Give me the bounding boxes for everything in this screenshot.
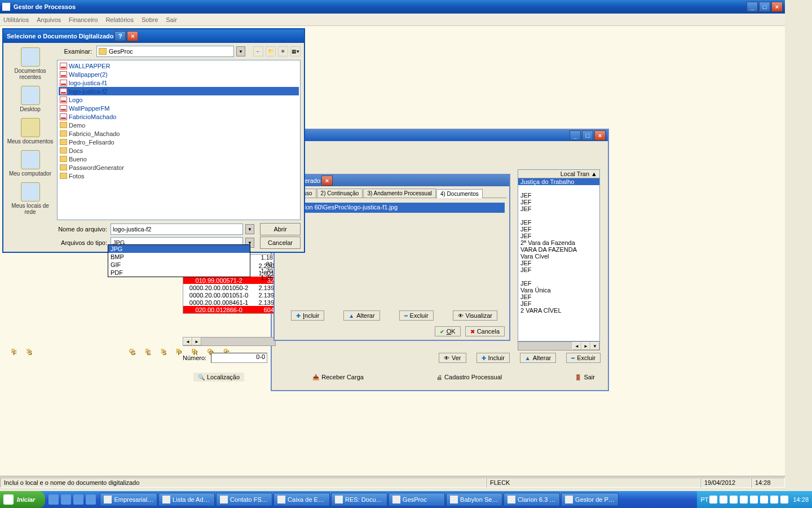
file-list[interactable]: WALLPAPPERWallpapper(2)logo-justica-f1lo… — [57, 60, 301, 220]
filetype-option-bmp[interactable]: BMP — [108, 253, 250, 261]
cad-maximize-button[interactable]: □ — [582, 130, 593, 141]
filetype-option-gif[interactable]: GIF — [108, 261, 250, 269]
menu-utilitarios[interactable]: Utilitários — [3, 16, 29, 23]
tray-icon-6[interactable] — [760, 496, 768, 503]
taskbar-task[interactable]: Lista de Ad… — [158, 493, 215, 506]
file-item[interactable]: WallPapperFM — [59, 104, 299, 112]
local-tran-row[interactable]: JEF — [518, 205, 599, 212]
place-mycomputer[interactable]: Meu computador — [6, 149, 55, 178]
file-item[interactable]: Docs — [59, 146, 299, 155]
process-table-hscroll[interactable]: ◄► — [183, 337, 276, 346]
incluir-button[interactable]: ✚Incluir — [476, 353, 510, 363]
tray-icon-1[interactable] — [709, 496, 717, 503]
tray-icon-8[interactable] — [780, 496, 788, 503]
local-tran-row[interactable]: Vara Cível — [518, 253, 599, 260]
taskbar-task[interactable]: Gestor de P… — [561, 493, 619, 506]
local-tran-row[interactable]: 2ª Vara da Fazenda — [518, 239, 599, 246]
open-button[interactable]: Abrir — [260, 223, 301, 235]
local-tran-row[interactable]: 2 VARA CÍVEL — [518, 307, 599, 314]
menu-sair[interactable]: Sair — [166, 16, 177, 23]
ql-ie-icon[interactable] — [61, 494, 71, 505]
numero-input[interactable]: 0-0 — [211, 353, 267, 363]
file-item[interactable]: logo-justica-f1 — [59, 78, 299, 87]
file-item[interactable]: Bueno — [59, 155, 299, 163]
taskbar-task[interactable]: Caixa de E… — [273, 493, 330, 506]
tab-continuacao[interactable]: 2) Continuação — [317, 189, 363, 198]
alt-ok-button[interactable]: ✔OK — [435, 326, 461, 336]
back-icon[interactable]: ← — [253, 46, 263, 56]
local-tran-row[interactable]: JEF — [518, 233, 599, 239]
local-tran-row[interactable] — [518, 273, 599, 280]
cancel-button[interactable]: Cancelar — [260, 237, 301, 249]
local-tran-row[interactable]: JEF — [518, 294, 599, 300]
taskbar-task[interactable]: GesProc — [389, 493, 445, 506]
cadastro-processual-button[interactable]: 🖨Cadastro Processual — [432, 373, 506, 382]
taskbar-task[interactable]: RES: Docu… — [331, 493, 387, 506]
tray-icon-4[interactable] — [740, 496, 748, 503]
alterar-button[interactable]: ▲Alterar — [520, 353, 556, 363]
local-tran-row[interactable] — [518, 185, 599, 192]
cad-minimize-button[interactable]: _ — [570, 130, 581, 141]
file-item[interactable]: Logo — [59, 95, 299, 104]
file-item[interactable]: Fotos — [59, 172, 299, 180]
local-tran-row[interactable]: Vara Única — [518, 287, 599, 294]
filetype-option-pdf[interactable]: PDF — [108, 269, 250, 277]
local-tran-row[interactable]: Justiça do Trabalho — [518, 178, 599, 185]
alt-excluir-button[interactable]: ━Excluir — [399, 310, 434, 321]
up-folder-icon[interactable]: 📁 — [266, 46, 276, 56]
taskbar-task[interactable]: Empresarial… — [100, 493, 157, 506]
local-tran-row[interactable]: JEF — [518, 266, 599, 273]
taskbar-task[interactable]: Contato FS… — [216, 493, 272, 506]
filename-dropdown-icon[interactable]: ▼ — [245, 224, 254, 234]
file-item[interactable]: Fabricio_Machado — [59, 129, 299, 138]
tray-icon-5[interactable] — [750, 496, 758, 503]
local-tran-row[interactable]: JEF — [518, 226, 599, 233]
cad-close-button[interactable]: × — [594, 130, 606, 141]
ql-firefox-icon[interactable] — [48, 494, 59, 505]
local-tran-hscroll[interactable]: ◄► ▼ — [518, 341, 600, 351]
sair-button[interactable]: 🚪Sair — [570, 373, 599, 382]
file-item[interactable]: Demo — [59, 121, 299, 129]
ofdlg-close-button[interactable]: × — [127, 31, 138, 41]
tray-icon-3[interactable] — [730, 496, 738, 503]
file-item[interactable]: logo-justica-f2 — [59, 87, 299, 95]
alt-alterar-button[interactable]: ▲Alterar — [343, 310, 379, 321]
tray-icon-7[interactable] — [770, 496, 778, 503]
menu-financeiro[interactable]: Financeiro — [69, 16, 98, 23]
main-maximize-button[interactable]: □ — [759, 2, 770, 12]
main-close-button[interactable]: × — [771, 2, 783, 12]
views-icon[interactable]: ▦▾ — [290, 46, 301, 56]
local-tran-row[interactable]: JEF — [518, 199, 599, 205]
local-tran-row[interactable]: JEF — [518, 192, 599, 199]
taskbar-task[interactable]: Babylon Se… — [446, 493, 502, 506]
local-tran-row[interactable]: JEF — [518, 280, 599, 287]
local-tran-list[interactable]: Local Tran ▲ Justiça do TrabalhoJEFJEFJE… — [518, 169, 600, 341]
place-desktop[interactable]: Desktop — [6, 85, 55, 113]
file-item[interactable]: WALLPAPPER — [59, 62, 299, 70]
ql-desktop-icon[interactable] — [86, 494, 96, 505]
local-tran-row[interactable]: JEF — [518, 219, 599, 226]
local-tran-row[interactable]: JEF — [518, 260, 599, 266]
place-network[interactable]: Meus locais de rede — [6, 181, 55, 216]
ofdlg-help-button[interactable]: ? — [114, 31, 126, 41]
ver-button[interactable]: 👁Ver — [439, 353, 466, 363]
receber-carga-button[interactable]: 📥Receber Carga — [308, 373, 368, 382]
localizacao-button[interactable]: 🔍Localização — [193, 373, 244, 382]
place-mydocs[interactable]: Meus documentos — [6, 117, 55, 146]
start-button[interactable]: Iniciar — [0, 491, 45, 508]
tab-andamento[interactable]: 3) Andamento Processual — [363, 189, 436, 198]
alt-close-button[interactable]: × — [321, 176, 333, 186]
local-tran-row[interactable] — [518, 212, 599, 219]
alt-incluir-button[interactable]: ✚IIncluirncluir — [291, 310, 324, 321]
menu-sobre[interactable]: Sobre — [142, 16, 158, 23]
file-item[interactable]: Pedro_Felisardo — [59, 138, 299, 146]
file-item[interactable]: PasswordGenerator — [59, 163, 299, 172]
lookin-dropdown-icon[interactable]: ▼ — [236, 46, 245, 56]
place-recent[interactable]: Documentos recentes — [6, 46, 55, 81]
file-item[interactable]: FabricioMachado — [59, 112, 299, 121]
alt-cancel-button[interactable]: ✖Cancela — [465, 326, 505, 336]
alt-visualizar-button[interactable]: 👁Visualizar — [453, 310, 498, 321]
filetype-option-jpg[interactable]: JPG — [108, 245, 250, 253]
main-minimize-button[interactable]: _ — [747, 2, 758, 12]
tray-clock[interactable]: 14:28 — [793, 496, 809, 503]
